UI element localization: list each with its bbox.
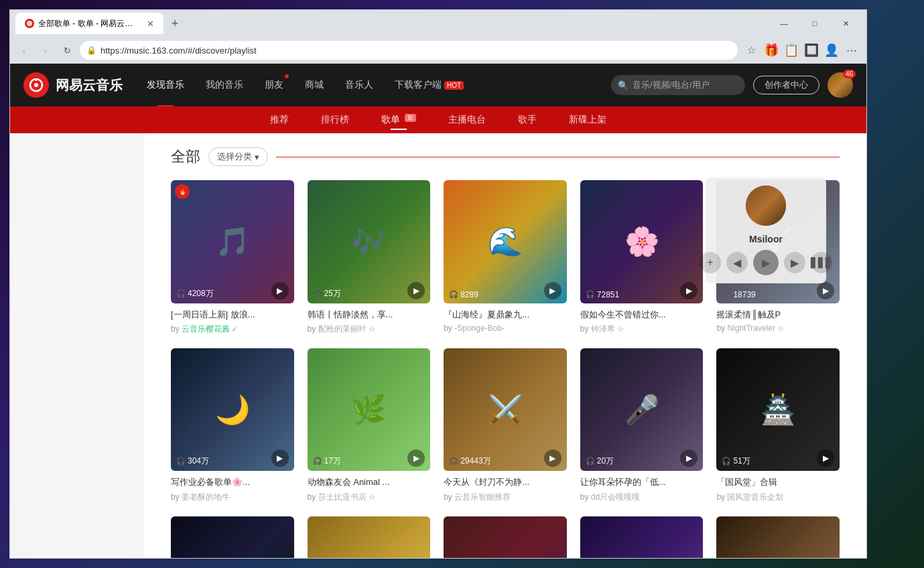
nav-mymusic[interactable]: 我的音乐 bbox=[195, 64, 254, 106]
playlist-card[interactable]: ⚔️ 🎧 29443万 ▶ 今天从《封刀不为静... by 云音乐智能推荐 bbox=[444, 348, 567, 503]
nav-download[interactable]: 下载客户端 HOT bbox=[384, 64, 474, 106]
overlay-add-button[interactable]: + bbox=[700, 252, 721, 273]
play-count: 🎧 304万 bbox=[176, 455, 209, 467]
star-icon: ☆ bbox=[617, 325, 624, 333]
headphone-icon: 🎧 bbox=[313, 457, 322, 466]
new-badge: 新 bbox=[405, 114, 416, 122]
playlist-card[interactable]: 🌸 🎧 72851 ▶ 假如今生不曾错过你... by 钟泽希 ☆ bbox=[580, 180, 704, 335]
bookmark-icon[interactable]: ☆ bbox=[742, 41, 761, 60]
back-button[interactable]: ‹ bbox=[15, 42, 33, 59]
notification-badge: 46 bbox=[843, 70, 856, 78]
playlist-card[interactable]: 🌺 🎧 102万 ▶ 动漫歌曲 by 动漫爱好者 bbox=[171, 516, 294, 558]
subnav-radio[interactable]: 主播电台 bbox=[446, 114, 488, 126]
forward-button[interactable]: › bbox=[37, 42, 54, 59]
card-author: by 钟泽希 ☆ bbox=[580, 324, 704, 335]
play-count: 🎧 20万 bbox=[586, 455, 614, 467]
play-count: 🎧 51万 bbox=[722, 455, 750, 467]
extension-icon3[interactable]: 🔲 bbox=[802, 41, 821, 60]
search-bar[interactable]: 🔍 音乐/视频/电台/用户 bbox=[611, 75, 745, 95]
card-author: by 配枪的茉丽叶 ☆ bbox=[308, 324, 431, 335]
card-play-button[interactable]: ▶ bbox=[680, 282, 698, 299]
play-count: 🎧 29443万 bbox=[449, 455, 490, 467]
menu-icon[interactable]: ⋯ bbox=[842, 41, 861, 60]
overlay-prev-button[interactable]: ◀ bbox=[726, 252, 748, 273]
headphone-icon: 🎧 bbox=[449, 457, 458, 466]
bars-icon: ▋▋▋ bbox=[811, 257, 833, 268]
filter-button[interactable]: 选择分类 ▾ bbox=[208, 147, 268, 166]
subnav-artists[interactable]: 歌手 bbox=[515, 114, 539, 126]
card-play-button[interactable]: ▶ bbox=[544, 282, 562, 299]
card-play-button[interactable]: ▶ bbox=[544, 449, 562, 467]
close-button[interactable]: ✕ bbox=[830, 14, 861, 33]
minimize-button[interactable]: — bbox=[769, 14, 799, 33]
headphone-icon: 🎧 bbox=[586, 457, 595, 466]
subnav-charts[interactable]: 排行榜 bbox=[318, 114, 352, 126]
svg-point-0 bbox=[27, 21, 32, 26]
star-icon: ☆ bbox=[777, 324, 784, 332]
overlay-bars-button[interactable]: ▋▋▋ bbox=[811, 252, 832, 273]
subnav-playlist[interactable]: 歌单 新 bbox=[379, 114, 419, 126]
play-count: 🎧 4208万 bbox=[176, 288, 214, 299]
card-title: 『山海经』夏鼎象九... bbox=[444, 309, 567, 321]
card-thumbnail: 🌺 🎧 102万 ▶ bbox=[171, 516, 294, 558]
card-thumb-inner: 🎊 bbox=[580, 516, 704, 558]
card-author: by 姜老酥的地牛 bbox=[171, 492, 294, 503]
nav-friends[interactable]: 朋友 bbox=[254, 64, 294, 106]
playlist-card[interactable]: 🔥 🎧 45万 ▶ 热血战歌 by 战歌爱好者 bbox=[444, 516, 567, 558]
play-icon: ▶ bbox=[762, 257, 770, 269]
playlist-card[interactable]: 🎵 🎧 4208万 ▶ 🔥 [一周日语上新] 放浪... by 云音乐樱花酱 ✓ bbox=[171, 180, 294, 335]
card-thumbnail: 🎤 🎧 20万 ▶ bbox=[580, 348, 704, 472]
creator-center-button[interactable]: 创作者中心 bbox=[753, 76, 819, 94]
playlist-card[interactable]: 🎊 🎧 32万 ▶ 年味歌曲合集 by 新年音乐 bbox=[580, 516, 704, 558]
address-bar[interactable]: 🔒 https://music.163.com/#/discover/playl… bbox=[80, 41, 738, 60]
overlay-play-button[interactable]: ▶ bbox=[753, 250, 779, 275]
nav-musician[interactable]: 音乐人 bbox=[334, 64, 384, 106]
card-title: 写作业必备歌单🌸... bbox=[171, 476, 294, 488]
avatar-area[interactable]: 46 bbox=[828, 72, 853, 98]
playlist-card[interactable]: 🎤 🎧 20万 ▶ 让你耳朵怀孕的「低... by dd只会嘎嘎嘎 bbox=[580, 348, 704, 503]
url-text: https://music.163.com/#/discover/playlis… bbox=[101, 46, 257, 56]
nav-discover[interactable]: 发现音乐 bbox=[136, 64, 195, 106]
playlist-card[interactable]: 🌙 🎧 304万 ▶ 写作业必备歌单🌸... by 姜老酥的地牛 bbox=[171, 348, 294, 503]
play-count: 🎧 25万 bbox=[313, 288, 341, 299]
playlist-card[interactable]: 🌊 🎧 8289 ▶ 『山海经』夏鼎象九... by -Sponge-Bob- bbox=[444, 180, 567, 335]
card-author: by NightTraveler ☆ bbox=[716, 324, 840, 333]
nav-shop[interactable]: 商城 bbox=[294, 64, 334, 106]
hot-corner-icon: 🔥 bbox=[175, 184, 190, 199]
card-thumbnail: 🌊 🎧 8289 ▶ bbox=[444, 180, 567, 303]
browser-tab[interactable]: 全部歌单 - 歌单 - 网易云音乐 ✕ bbox=[15, 13, 163, 34]
card-thumbnail: 🎵 🎧 4208万 ▶ 🔥 bbox=[171, 180, 294, 303]
card-thumbnail: 🔥 🎧 45万 ▶ bbox=[444, 516, 567, 558]
new-tab-button[interactable]: + bbox=[166, 15, 184, 32]
maximize-button[interactable]: □ bbox=[799, 14, 830, 33]
card-play-button[interactable]: ▶ bbox=[817, 282, 834, 299]
subnav-new-albums[interactable]: 新碟上架 bbox=[566, 114, 609, 126]
playlist-card[interactable]: 🏯 🎧 51万 ▶ 「国风堂」合辑 by 国风堂音乐企划 bbox=[716, 348, 840, 503]
card-thumbnail: 🎶 🎧 25万 ▶ bbox=[308, 180, 431, 303]
playlist-card[interactable]: 🎶 🎧 25万 ▶ 韩语丨恬静淡然，享... by 配枪的茉丽叶 ☆ bbox=[308, 180, 431, 335]
extension-icon1[interactable]: 🎁 bbox=[762, 41, 781, 60]
card-play-button[interactable]: ▶ bbox=[407, 282, 425, 299]
card-thumb-inner: 📅 bbox=[308, 516, 431, 558]
playlist-card[interactable]: 🌿 🎧 17万 ▶ 动物森友会 Animal ... by 莎士比亚书店 ☆ bbox=[308, 348, 431, 503]
subnav-recommend[interactable]: 推荐 bbox=[267, 114, 291, 126]
section-divider bbox=[276, 157, 840, 157]
main-navigation: 发现音乐 我的音乐 朋友 商城 音乐人 bbox=[136, 64, 611, 106]
section-header: 全部 选择分类 ▾ bbox=[171, 147, 840, 167]
card-play-button[interactable]: ▶ bbox=[271, 449, 289, 467]
overlay-next-button[interactable]: ▶ bbox=[784, 252, 805, 273]
play-count: 🎧 72851 bbox=[586, 290, 619, 299]
extension-icon2[interactable]: 📋 bbox=[782, 41, 801, 60]
card-author: by 云音乐樱花酱 ✓ bbox=[171, 324, 294, 335]
card-thumb-inner: 👾 bbox=[716, 516, 840, 558]
tab-close-icon[interactable]: ✕ bbox=[147, 19, 154, 29]
playlist-card[interactable]: 📅 🎧 88万 ▶ 2019年度最拉新歌 TOP50 by 网易云音乐 bbox=[308, 516, 431, 558]
card-title: 「国风堂」合辑 bbox=[716, 476, 840, 488]
profile-icon[interactable]: 👤 bbox=[822, 41, 841, 60]
headphone-icon: 🎧 bbox=[722, 457, 731, 466]
play-count: 🎧 18739 bbox=[722, 290, 755, 299]
headphone-icon: 🎧 bbox=[722, 290, 731, 299]
refresh-button[interactable]: ↻ bbox=[58, 42, 76, 59]
card-play-button[interactable]: ▶ bbox=[271, 282, 289, 299]
playlist-card[interactable]: 👾 🎧 77万 ▶ 二次元综合 by 二次元音乐站 bbox=[716, 516, 840, 558]
